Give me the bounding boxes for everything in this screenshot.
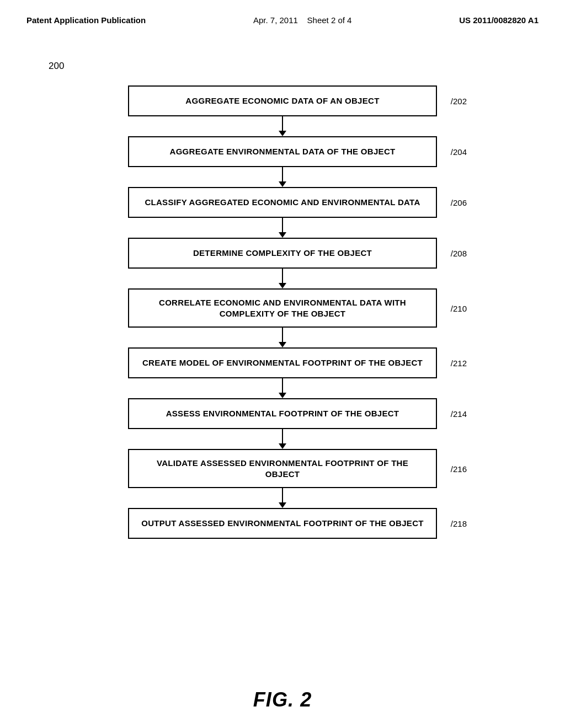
arrow-1: [279, 167, 286, 187]
arrow-0: [279, 116, 286, 136]
step-204-box: AGGREGATE ENVIRONMENTAL DATA OF THE OBJE…: [128, 136, 437, 167]
header-right: US 2011/0082820 A1: [459, 15, 539, 25]
step-208: DETERMINE COMPLEXITY OF THE OBJECT/208: [128, 238, 437, 269]
figure-caption: FIG. 2: [253, 688, 312, 711]
arrow-3: [279, 269, 286, 288]
arrow-head-4: [279, 342, 286, 347]
step-210-box: CORRELATE ECONOMIC AND ENVIRONMENTAL DAT…: [128, 288, 437, 328]
step-202-box: AGGREGATE ECONOMIC DATA OF AN OBJECT: [128, 85, 437, 116]
arrow-line-5: [282, 378, 283, 393]
header-left: Patent Application Publication: [26, 15, 146, 25]
flowchart: AGGREGATE ECONOMIC DATA OF AN OBJECT/202…: [128, 85, 437, 539]
arrow-line-2: [282, 218, 283, 232]
arrow-line-1: [282, 167, 283, 181]
step-218-box: OUTPUT ASSESSED ENVIRONMENTAL FOOTPRINT …: [128, 508, 437, 539]
arrow-6: [279, 429, 286, 449]
arrow-line-6: [282, 429, 283, 443]
arrow-line-0: [282, 116, 283, 131]
arrow-head-7: [279, 502, 286, 508]
step-202: AGGREGATE ECONOMIC DATA OF AN OBJECT/202: [128, 85, 437, 116]
step-214-box: ASSESS ENVIRONMENTAL FOOTPRINT OF THE OB…: [128, 398, 437, 429]
step-206: CLASSIFY AGGREGATED ECONOMIC AND ENVIRON…: [128, 187, 437, 218]
arrow-2: [279, 218, 286, 238]
step-212-ref: /212: [451, 358, 467, 368]
step-216-ref: /216: [451, 464, 467, 473]
step-218-ref: /218: [451, 519, 467, 528]
arrow-head-0: [279, 131, 286, 136]
step-214-ref: /214: [451, 409, 467, 419]
arrow-line-7: [282, 488, 283, 502]
step-210: CORRELATE ECONOMIC AND ENVIRONMENTAL DAT…: [128, 288, 437, 328]
step-206-ref: /206: [451, 198, 467, 207]
step-216: VALIDATE ASSESSED ENVIRONMENTAL FOOTPRIN…: [128, 449, 437, 488]
arrow-head-6: [279, 443, 286, 449]
step-204: AGGREGATE ENVIRONMENTAL DATA OF THE OBJE…: [128, 136, 437, 167]
arrow-head-2: [279, 232, 286, 238]
step-210-ref: /210: [451, 303, 467, 313]
step-202-ref: /202: [451, 97, 467, 106]
step-214: ASSESS ENVIRONMENTAL FOOTPRINT OF THE OB…: [128, 398, 437, 429]
arrow-7: [279, 488, 286, 508]
page-header: Patent Application Publication Apr. 7, 2…: [0, 0, 565, 25]
arrow-5: [279, 378, 286, 398]
arrow-line-4: [282, 328, 283, 342]
step-212: CREATE MODEL OF ENVIRONMENTAL FOOTPRINT …: [128, 347, 437, 378]
arrow-head-1: [279, 181, 286, 187]
step-208-ref: /208: [451, 249, 467, 258]
diagram-label: 200: [49, 61, 64, 72]
arrow-line-3: [282, 269, 283, 283]
step-206-box: CLASSIFY AGGREGATED ECONOMIC AND ENVIRON…: [128, 187, 437, 218]
step-212-box: CREATE MODEL OF ENVIRONMENTAL FOOTPRINT …: [128, 347, 437, 378]
arrow-4: [279, 328, 286, 347]
step-208-box: DETERMINE COMPLEXITY OF THE OBJECT: [128, 238, 437, 269]
step-216-box: VALIDATE ASSESSED ENVIRONMENTAL FOOTPRIN…: [128, 449, 437, 488]
header-center: Apr. 7, 2011 Sheet 2 of 4: [253, 15, 351, 25]
step-218: OUTPUT ASSESSED ENVIRONMENTAL FOOTPRINT …: [128, 508, 437, 539]
step-204-ref: /204: [451, 147, 467, 157]
arrow-head-3: [279, 283, 286, 288]
arrow-head-5: [279, 393, 286, 398]
